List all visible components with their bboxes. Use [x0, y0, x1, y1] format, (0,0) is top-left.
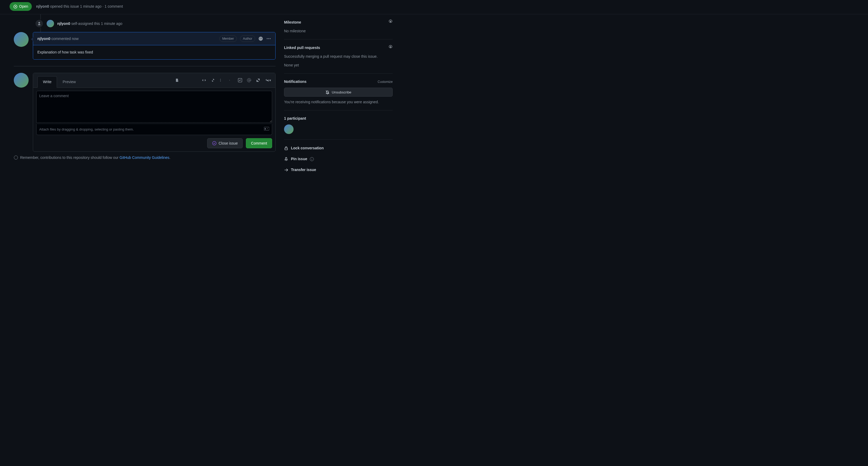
svg-point-5 — [220, 80, 221, 80]
svg-point-0 — [15, 6, 16, 7]
author-badge: Author — [240, 35, 255, 42]
tab-write[interactable]: Write — [37, 76, 57, 88]
arrow-right-icon — [284, 168, 288, 172]
svg-point-11 — [14, 156, 18, 159]
timeline-author[interactable]: njlyon0 — [57, 22, 70, 26]
emoji-reaction-button[interactable] — [258, 36, 263, 41]
ordered-list-icon[interactable] — [229, 77, 233, 83]
guidelines-notice: Remember, contributions to this reposito… — [4, 152, 276, 164]
svg-point-12 — [390, 21, 391, 22]
cross-reference-icon[interactable] — [256, 77, 260, 83]
member-badge: Member — [219, 35, 237, 42]
saved-replies-icon[interactable]: ▾ — [265, 77, 271, 83]
issue-open-icon — [13, 4, 18, 9]
comment-textarea[interactable] — [36, 91, 272, 123]
lock-conversation-action[interactable]: Lock conversation — [284, 143, 393, 154]
linked-pr-desc: Successfully merging a pull request may … — [284, 54, 393, 59]
gear-icon[interactable] — [389, 45, 393, 51]
author-link[interactable]: njlyon0 — [36, 4, 49, 8]
linked-pr-title: Linked pull requests — [284, 45, 320, 51]
link-icon[interactable] — [211, 77, 215, 83]
unsubscribe-button[interactable]: Unsubscribe — [284, 88, 393, 97]
new-comment-form: Write Preview — [33, 73, 276, 152]
heading-icon[interactable] — [166, 77, 170, 83]
info-icon — [14, 156, 18, 160]
tasklist-icon[interactable] — [238, 77, 242, 83]
code-icon[interactable] — [202, 77, 206, 83]
timeline-self-assign: njlyon0 self-assigned this 1 minute ago — [4, 18, 276, 32]
milestone-title: Milestone — [284, 20, 301, 25]
svg-point-2 — [268, 38, 269, 39]
avatar[interactable] — [14, 73, 29, 88]
gear-icon[interactable] — [389, 19, 393, 25]
kebab-menu-button[interactable] — [266, 36, 271, 41]
status-badge: Open — [9, 2, 32, 11]
unordered-list-icon[interactable] — [220, 77, 224, 83]
guidelines-link[interactable]: GitHub Community Guidelines — [120, 156, 169, 160]
attach-files-bar[interactable]: Attach files by dragging & dropping, sel… — [36, 124, 272, 135]
info-icon[interactable] — [310, 157, 314, 161]
svg-point-4 — [220, 79, 221, 79]
comment-body: Explanation of how task was fixed — [33, 45, 275, 59]
lock-icon — [284, 146, 288, 151]
person-icon — [35, 19, 43, 28]
notifications-title: Notifications — [284, 79, 307, 85]
bell-slash-icon — [326, 90, 330, 94]
tab-preview[interactable]: Preview — [57, 76, 81, 88]
quote-icon[interactable] — [193, 77, 197, 83]
status-text: Open — [19, 4, 28, 9]
italic-icon[interactable] — [184, 77, 188, 83]
pin-icon — [284, 157, 288, 161]
svg-point-1 — [267, 38, 268, 39]
svg-rect-14 — [285, 148, 287, 150]
issue-subtitle: njlyon0 opened this issue 1 minute ago ·… — [36, 4, 123, 9]
comment-box: njlyon0 commented now Member Author — [33, 32, 276, 60]
comment-timestamp[interactable]: now — [72, 37, 79, 41]
avatar-small[interactable] — [46, 20, 54, 27]
participant-avatar[interactable] — [284, 125, 293, 134]
pin-issue-action[interactable]: Pin issue — [284, 154, 393, 164]
svg-point-3 — [270, 38, 271, 39]
comment-author[interactable]: njlyon0 — [37, 37, 50, 41]
svg-point-13 — [390, 46, 391, 47]
milestone-value: No milestone — [284, 28, 393, 34]
mention-icon[interactable] — [247, 77, 251, 83]
close-issue-button[interactable]: Close issue — [207, 138, 243, 148]
avatar[interactable] — [14, 32, 29, 47]
bold-icon[interactable] — [175, 77, 179, 83]
comment-button[interactable]: Comment — [246, 138, 272, 148]
svg-point-6 — [220, 81, 221, 81]
participants-title: 1 participant — [284, 116, 393, 121]
svg-point-8 — [248, 79, 250, 81]
linked-pr-value: None yet — [284, 63, 393, 68]
markdown-icon[interactable] — [264, 127, 269, 132]
notification-reason: You're receiving notifications because y… — [284, 99, 393, 105]
transfer-issue-action[interactable]: Transfer issue — [284, 164, 393, 175]
customize-link[interactable]: Customize — [378, 79, 393, 84]
